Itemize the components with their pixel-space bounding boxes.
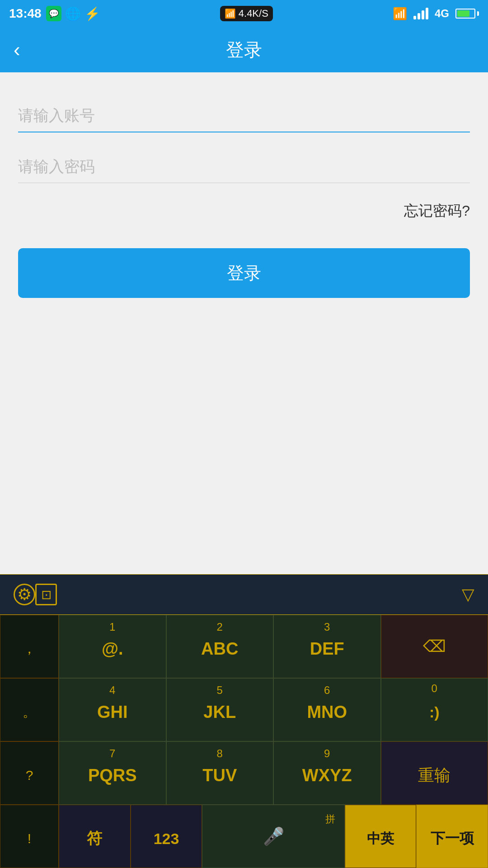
- key-comma[interactable]: ，: [0, 615, 59, 678]
- keyboard-rows: ， 。 ? ! 1 @.: [0, 615, 488, 868]
- key-1-num: 1: [59, 621, 166, 633]
- keyboard-toolbar: ⊡ ▽: [0, 574, 488, 615]
- key-reset[interactable]: 重输: [381, 741, 488, 805]
- key-next[interactable]: 下一项: [416, 805, 488, 868]
- battery: [455, 9, 479, 19]
- key-5-letters: JKL: [203, 703, 236, 722]
- username-input[interactable]: [18, 99, 470, 132]
- key-8[interactable]: 8 TUV: [166, 741, 274, 805]
- key-9-letters: WXYZ: [302, 766, 352, 785]
- key-3[interactable]: 3 DEF: [273, 615, 381, 678]
- space-pinyin-label: 拼: [325, 812, 335, 826]
- keyboard-right-section: 1 @. 2 ABC 3 DEF ⌫: [59, 615, 488, 868]
- password-input[interactable]: [18, 151, 470, 183]
- key-9[interactable]: 9 WXYZ: [273, 741, 381, 805]
- key-period[interactable]: 。: [0, 678, 59, 741]
- status-icons: 💬 🌐 ⚡: [46, 6, 100, 21]
- usb-icon: ⚡: [84, 6, 100, 21]
- keyboard-left-col: ， 。 ? !: [0, 615, 59, 868]
- wechat-icon: 💬: [46, 6, 61, 21]
- emoji-icon[interactable]: ⊡: [35, 584, 57, 605]
- mic-icon: 🎤: [263, 826, 284, 846]
- back-button[interactable]: ‹: [14, 40, 20, 60]
- globe-icon: 🌐: [65, 6, 81, 21]
- key-6-letters: MNO: [307, 703, 347, 722]
- key-9-num: 9: [274, 747, 380, 760]
- key-question[interactable]: ?: [0, 741, 59, 805]
- key-123-label: 123: [154, 830, 179, 848]
- key-6-num: 6: [274, 684, 380, 697]
- key-123[interactable]: 123: [131, 805, 202, 868]
- keyboard-hide-button[interactable]: ▽: [462, 585, 474, 604]
- delete-icon: ⌫: [423, 637, 446, 656]
- key-4[interactable]: 4 GHI: [59, 678, 166, 741]
- key-exclaim[interactable]: !: [0, 805, 59, 868]
- wifi-icon: 📶: [393, 7, 407, 21]
- key-row-3: 7 PQRS 8 TUV 9 WXYZ 重输: [59, 741, 488, 805]
- key-row-2: 4 GHI 5 JKL 6 MNO 0 :): [59, 678, 488, 741]
- app-header: ‹ 登录: [0, 27, 488, 72]
- key-8-letters: TUV: [202, 766, 237, 785]
- key-2[interactable]: 2 ABC: [166, 615, 274, 678]
- key-5-num: 5: [167, 684, 273, 697]
- key-space[interactable]: 拼 🎤: [202, 805, 344, 868]
- speed-value: 4.4K/S: [239, 8, 268, 19]
- page-title: 登录: [226, 38, 262, 62]
- status-bar: 13:48 💬 🌐 ⚡ 📶 4.4K/S 📶 4G: [0, 0, 488, 27]
- key-7-letters: PQRS: [88, 766, 137, 785]
- key-5[interactable]: 5 JKL: [166, 678, 274, 741]
- wifi-small-icon: 📶: [225, 8, 236, 19]
- key-7-num: 7: [59, 747, 166, 760]
- battery-body: [455, 9, 475, 19]
- key-3-letters: DEF: [310, 639, 344, 659]
- keyboard-container: ⊡ ▽ ， 。 ? !: [0, 574, 488, 868]
- key-4-letters: GHI: [97, 703, 128, 722]
- status-left: 13:48 💬 🌐 ⚡: [9, 6, 100, 21]
- username-group: [18, 99, 470, 132]
- key-exclaim-label: !: [28, 831, 31, 846]
- network-type: 4G: [435, 7, 449, 20]
- gear-icon[interactable]: [14, 584, 35, 605]
- key-0[interactable]: 0 :): [381, 678, 488, 741]
- key-row-1: 1 @. 2 ABC 3 DEF ⌫: [59, 615, 488, 678]
- key-fu[interactable]: 符: [59, 805, 131, 868]
- keyboard-bottom: 符 123 拼 🎤 中英 下一项: [59, 805, 488, 868]
- key-reset-label: 重输: [418, 764, 450, 787]
- signal-bars: [413, 8, 428, 19]
- key-8-num: 8: [167, 747, 273, 760]
- password-group: [18, 151, 470, 183]
- key-2-letters: ABC: [201, 639, 238, 659]
- keyboard-main: ， 。 ? ! 1 @.: [0, 615, 488, 868]
- key-lang-label: 中英: [367, 830, 394, 848]
- key-0-letters: :): [429, 703, 440, 721]
- status-right: 📶 4G: [393, 7, 479, 21]
- key-next-label: 下一项: [431, 829, 474, 849]
- key-question-label: ?: [26, 768, 33, 783]
- forgot-password-link[interactable]: 忘记密码?: [404, 203, 470, 219]
- login-button[interactable]: 登录: [18, 248, 470, 298]
- key-2-num: 2: [167, 621, 273, 633]
- key-period-label: 。: [23, 703, 36, 722]
- key-delete[interactable]: ⌫: [381, 615, 488, 678]
- key-comma-label: ，: [23, 640, 36, 658]
- key-4-num: 4: [59, 684, 166, 697]
- key-3-num: 3: [274, 621, 380, 633]
- status-time: 13:48: [9, 6, 42, 21]
- key-1-letters: @.: [102, 639, 123, 659]
- forgot-password-container: 忘记密码?: [18, 201, 470, 221]
- main-content: 忘记密码? 登录: [0, 72, 488, 316]
- key-1[interactable]: 1 @.: [59, 615, 166, 678]
- key-7[interactable]: 7 PQRS: [59, 741, 166, 805]
- speed-badge: 📶 4.4K/S: [220, 6, 273, 21]
- key-lang[interactable]: 中英: [345, 805, 417, 868]
- key-0-num: 0: [381, 682, 488, 695]
- battery-fill: [457, 10, 469, 17]
- key-6[interactable]: 6 MNO: [273, 678, 381, 741]
- key-fu-label: 符: [87, 828, 102, 849]
- battery-tip: [477, 11, 479, 16]
